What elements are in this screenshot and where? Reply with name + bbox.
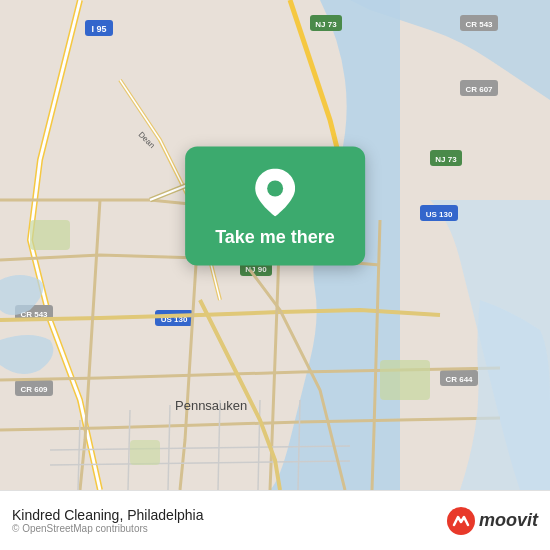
svg-text:Pennsauken: Pennsauken: [175, 398, 247, 413]
moovit-logo-text: moovit: [479, 510, 538, 531]
copyright-text: © OpenStreetMap contributors: [12, 523, 437, 534]
location-pin-icon: [251, 168, 299, 216]
moovit-icon: [447, 507, 475, 535]
svg-rect-25: [30, 220, 70, 250]
svg-text:I 95: I 95: [91, 24, 106, 34]
take-me-there-button[interactable]: Take me there: [215, 226, 335, 247]
svg-point-28: [267, 180, 283, 196]
bottom-content: Kindred Cleaning, Philadelphia © OpenStr…: [12, 507, 437, 534]
take-me-there-card[interactable]: Take me there: [185, 146, 365, 265]
svg-text:US 130: US 130: [426, 210, 453, 219]
svg-rect-27: [130, 440, 160, 465]
svg-text:CR 543: CR 543: [465, 20, 493, 29]
svg-rect-26: [380, 360, 430, 400]
svg-text:NJ 73: NJ 73: [435, 155, 457, 164]
bottom-bar: Kindred Cleaning, Philadelphia © OpenStr…: [0, 490, 550, 550]
svg-text:CR 607: CR 607: [465, 85, 493, 94]
map-container: I 95 NJ 73 CR 543 CR 607 NJ 73 US 130 NJ…: [0, 0, 550, 490]
svg-text:NJ 90: NJ 90: [245, 265, 267, 274]
svg-text:CR 609: CR 609: [20, 385, 48, 394]
location-name: Kindred Cleaning, Philadelphia: [12, 507, 437, 523]
svg-text:CR 644: CR 644: [445, 375, 473, 384]
svg-text:NJ 73: NJ 73: [315, 20, 337, 29]
moovit-logo: moovit: [447, 507, 538, 535]
